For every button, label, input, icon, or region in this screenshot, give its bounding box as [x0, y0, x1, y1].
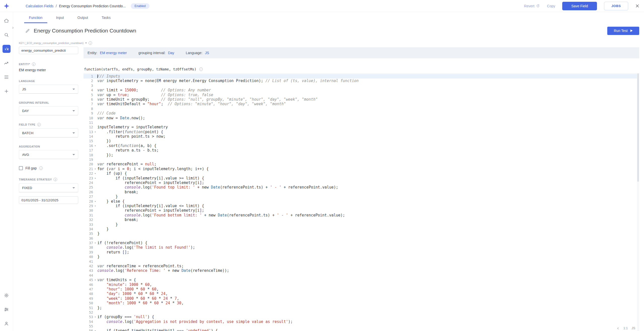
sidebar-item-home[interactable] [3, 17, 11, 25]
breadcrumb-root-link[interactable]: Calculation Fields [26, 4, 54, 8]
grouping-interval-select[interactable]: DAY [19, 106, 78, 115]
code-line[interactable]: 41 [84, 259, 639, 264]
revert-button[interactable]: Revert [524, 4, 540, 8]
code-line[interactable]: 53▾if (groupBy === 'null') { [84, 315, 639, 319]
copy-button[interactable]: Copy [547, 4, 555, 8]
aggregation-select[interactable]: AVG [19, 150, 78, 159]
code-line[interactable]: 45▾var timeUnits = { [84, 278, 639, 282]
info-icon[interactable] [37, 123, 41, 126]
code-line[interactable]: 38 console.log('The limit is not Found!'… [84, 245, 639, 250]
code-line[interactable]: 12inputTelemetry = inputTelemetry [84, 125, 639, 129]
code-line[interactable]: 2var inputTelemetry = none(EM energy met… [84, 79, 639, 83]
code-line[interactable]: 18 }); [84, 153, 639, 157]
tab-tasks[interactable]: Tasks [95, 12, 117, 23]
code-line[interactable]: 13▾ .filter(function(point) { [84, 130, 639, 134]
date-range-input[interactable] [19, 196, 78, 204]
info-icon[interactable] [39, 166, 43, 170]
code-line[interactable]: 47 "hour": 1000 * 60 * 60, [84, 287, 639, 291]
code-line[interactable]: 10var now = Date.now(); [84, 116, 639, 120]
code-line[interactable]: 17 return a.ts - b.ts; [84, 148, 639, 153]
sidebar-item-filters[interactable] [3, 305, 11, 313]
code-line[interactable]: 56▾ if (typeof timeUnits[timeUnit] === '… [84, 328, 639, 331]
code-line[interactable]: 25 console.log('Found top limit: ' + new… [84, 185, 639, 190]
code-line[interactable]: 31 console.log('Found bottom limit: ' + … [84, 213, 639, 217]
sidebar-item-add[interactable] [3, 87, 11, 95]
code-line[interactable]: 43console.log('Reference Time: ' + new D… [84, 268, 639, 273]
code-line[interactable]: 19 [84, 157, 639, 162]
code-line[interactable]: 55 [84, 324, 639, 328]
code-line[interactable]: 35} [84, 231, 639, 236]
fold-marker[interactable]: ▾ [93, 328, 97, 331]
code-line[interactable]: 44 [84, 273, 639, 278]
code-line[interactable]: 37▾if (!referencePoint) { [84, 241, 639, 245]
sidebar-item-calculation-fields[interactable]: √x [3, 45, 11, 53]
code-line[interactable]: 1/// Inputs [84, 74, 639, 79]
fold-marker[interactable]: ▾ [93, 171, 97, 176]
code-line[interactable]: 33 } [84, 222, 639, 227]
code-line[interactable]: 4var limit = 15000; // Options: Any numb… [84, 88, 639, 92]
tab-function[interactable]: Function [22, 12, 49, 23]
language-select[interactable]: JS [19, 85, 78, 94]
code-line[interactable]: 54 console.log('Aggregation is not provi… [84, 319, 639, 324]
code-line[interactable]: 26 break; [84, 190, 639, 194]
fold-marker[interactable]: ▾ [93, 176, 97, 180]
close-icon[interactable] [635, 4, 639, 8]
code-line[interactable]: 7var timeUnitDefault = "hour"; // Option… [84, 102, 639, 106]
context-entity-value[interactable]: EM energy meter [100, 51, 127, 55]
code-line[interactable]: 8 [84, 106, 639, 111]
code-line[interactable]: 30 referencePoint = inputTelemetry[i]; [84, 208, 639, 213]
code-line[interactable]: 52 [84, 310, 639, 315]
fold-marker[interactable]: ▾ [93, 199, 97, 204]
code-line[interactable]: 50 "month": 1000 * 60 * 60 * 24 * 30, [84, 301, 639, 305]
code-line[interactable]: 9/// Code [84, 111, 639, 116]
info-icon[interactable] [54, 178, 57, 181]
save-field-button[interactable]: Save Field [562, 2, 597, 10]
fold-marker[interactable]: ▾ [93, 315, 97, 319]
key-input[interactable] [19, 47, 78, 54]
code-line[interactable]: 51}; [84, 306, 639, 310]
jobs-button[interactable]: JOBS [604, 2, 628, 10]
editor-scrollbar[interactable] [637, 73, 639, 331]
code-line[interactable]: 15 }) [84, 139, 639, 143]
code-line[interactable]: 14 return point.ts > now; [84, 134, 639, 139]
code-line[interactable]: 34 } [84, 227, 639, 231]
run-test-button[interactable]: Run Test [607, 27, 639, 35]
code-line[interactable]: 27 } [84, 194, 639, 199]
code-line[interactable]: 28▾ } else { [84, 199, 639, 204]
field-type-select[interactable]: BATCH [19, 128, 78, 137]
code-line[interactable]: 6var timeUnit = groupBy; // Options: "nu… [84, 97, 639, 102]
sidebar-item-user[interactable] [3, 319, 11, 327]
fill-gap-checkbox[interactable] [19, 166, 23, 170]
code-line[interactable]: 21▾for (var i = 0; i < inputTelemetry.le… [84, 167, 639, 171]
expand-sidebar-button[interactable] [11, 25, 15, 30]
edit-title-button[interactable] [25, 28, 30, 33]
tab-output[interactable]: Output [71, 12, 95, 23]
code-line[interactable]: 42var referenceTime = referencePoint.ts; [84, 264, 639, 268]
code-line[interactable]: 11 [84, 120, 639, 125]
code-line[interactable]: 22▾ if (up) { [84, 171, 639, 176]
sidebar-item-trending[interactable] [3, 59, 11, 67]
app-logo[interactable] [0, 3, 13, 9]
timerange-strategy-select[interactable]: FIXED [19, 183, 78, 192]
code-line[interactable]: 24 referencePoint = inputTelemetry[i]; [84, 180, 639, 185]
code-line[interactable]: 23▾ if (inputTelemetry[i].value >= limit… [84, 176, 639, 180]
code-line[interactable]: 40} [84, 254, 639, 259]
code-line[interactable]: 3 [84, 83, 639, 88]
sidebar-item-search[interactable] [3, 31, 11, 39]
fold-marker[interactable]: ▾ [93, 167, 97, 171]
code-line[interactable]: 20var referencePoint = null; [84, 162, 639, 166]
fold-marker[interactable]: ▾ [93, 130, 97, 134]
code-editor[interactable]: 1/// Inputs2var inputTelemetry = none(EM… [84, 73, 639, 331]
code-line[interactable]: 32 break; [84, 217, 639, 222]
code-line[interactable]: 29▾ if (inputTelemetry[i].value <= limit… [84, 204, 639, 208]
code-line[interactable]: 16▾ .sort(function(a, b) { [84, 143, 639, 148]
key-caption[interactable]: KEY (_ECD_energy_consumption_prediction_… [19, 41, 78, 45]
sidebar-item-menu[interactable] [3, 73, 11, 81]
fold-marker[interactable]: ▾ [93, 204, 97, 208]
info-icon[interactable] [199, 67, 203, 71]
code-line[interactable]: 49 "week": 1000 * 60 * 60 * 24 * 7, [84, 296, 639, 301]
code-line[interactable]: 46 "minute": 1000 * 60, [84, 282, 639, 287]
scrollbar-thumb[interactable] [637, 73, 639, 182]
code-line[interactable]: 5var up = true; // Options: true, false [84, 93, 639, 97]
context-grouping-value[interactable]: Day [168, 51, 174, 55]
